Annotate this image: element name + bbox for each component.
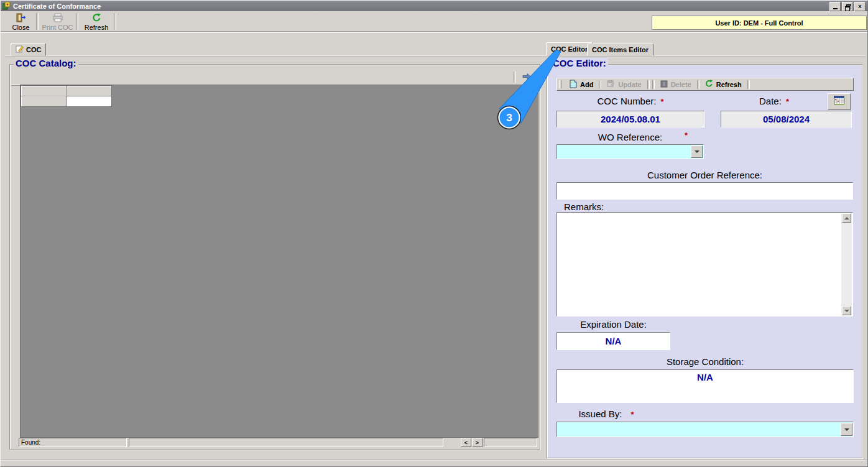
refresh-button[interactable]: Refresh — [79, 12, 114, 32]
right-arrow-icon — [522, 72, 532, 83]
tab-coc[interactable]: COC — [11, 43, 46, 56]
add-icon — [570, 80, 577, 90]
app-icon — [2, 2, 11, 10]
found-panel: Found: — [19, 438, 127, 447]
close-button[interactable]: Close — [6, 12, 36, 32]
toolbar-separator — [747, 80, 750, 89]
pager-next-button[interactable]: > — [472, 438, 482, 447]
toolbar-separator — [76, 13, 78, 30]
date-label: Date:* — [721, 96, 828, 106]
toolbar-separator — [114, 13, 116, 30]
restore-icon — [845, 4, 851, 9]
catalog-status-bar: Found: < > — [10, 438, 540, 447]
remarks-textarea[interactable] — [556, 212, 853, 317]
add-button-label: Add — [580, 81, 593, 88]
issued-by-label: Issued By:* — [556, 409, 656, 419]
update-icon — [607, 80, 615, 89]
date-field[interactable]: 05/08/2024 — [721, 111, 852, 127]
toolbar-grip — [559, 80, 562, 88]
delete-button[interactable]: Delete — [656, 80, 696, 90]
user-id-banner: User ID: DEM - Full Control — [652, 16, 867, 30]
coc-editor-title: COC Editor: — [551, 58, 608, 68]
print-coc-button[interactable]: Print COC — [39, 12, 76, 32]
toolbar-separator — [652, 80, 655, 89]
update-button[interactable]: Update — [603, 79, 645, 90]
grid-header-cell[interactable] — [67, 86, 112, 96]
coc-catalog-panel: COC Catalog: — [9, 64, 540, 450]
grid-row-header-cell[interactable] — [21, 96, 67, 107]
scroll-down-button[interactable] — [842, 306, 851, 315]
coc-number-field[interactable]: 2024/05.08.01 — [556, 111, 704, 127]
grid-header-cell[interactable] — [21, 86, 67, 96]
minimize-icon — [833, 8, 838, 9]
expiration-date-field[interactable]: N/A — [556, 332, 670, 350]
tab-coc-editor[interactable]: COC Editor — [546, 42, 593, 56]
toolbar-separator — [599, 80, 601, 89]
issued-by-combobox[interactable] — [556, 422, 854, 437]
remarks-scrollbar[interactable] — [841, 213, 852, 315]
remarks-label: Remarks: — [564, 201, 604, 212]
toolbar-separator — [647, 80, 650, 89]
pager-next-label: > — [476, 440, 479, 446]
catalog-expand-button[interactable] — [519, 72, 535, 83]
delete-button-label: Delete — [671, 81, 691, 88]
update-button-label: Update — [618, 81, 641, 88]
minimize-button[interactable] — [829, 2, 841, 11]
close-icon: × — [858, 4, 862, 10]
print-coc-button-label: Print COC — [42, 24, 73, 31]
catalog-toolbar-separator — [514, 72, 516, 83]
found-label: Found: — [21, 439, 40, 446]
required-asterisk: * — [630, 410, 634, 419]
tab-coc-label: COC — [26, 46, 41, 53]
editor-toolbar: Add Update Delete R — [556, 78, 854, 91]
refresh-icon — [92, 13, 101, 24]
restore-button[interactable] — [842, 2, 853, 11]
editor-refresh-button[interactable]: Refresh — [701, 79, 746, 90]
refresh-icon — [705, 80, 713, 89]
refresh-button-label: Refresh — [85, 24, 109, 31]
catalog-toolbar-strip — [11, 70, 538, 85]
required-asterisk: * — [786, 97, 789, 106]
close-button-label: Close — [12, 24, 29, 31]
expiration-date-label: Expiration Date: — [556, 319, 670, 330]
window-bottom-divider — [1, 460, 867, 461]
catalog-grid-area[interactable] — [20, 85, 538, 438]
catalog-grid — [21, 85, 112, 107]
scroll-up-button[interactable] — [842, 213, 851, 223]
chevron-down-icon — [695, 150, 699, 153]
status-panel — [129, 438, 443, 447]
wo-reference-combobox[interactable] — [556, 144, 704, 159]
toolbar-separator — [36, 13, 39, 30]
storage-condition-field[interactable]: N/A — [556, 369, 854, 403]
printer-icon — [52, 13, 63, 24]
wo-reference-dropdown-button[interactable] — [691, 146, 703, 158]
editor-refresh-button-label: Refresh — [716, 81, 742, 88]
required-asterisk: * — [660, 97, 663, 106]
storage-condition-label: Storage Condition: — [556, 356, 854, 367]
add-button[interactable]: Add — [565, 79, 598, 90]
calendar-button[interactable] — [828, 93, 851, 110]
coc-catalog-title: COC Catalog: — [14, 58, 78, 68]
toolbar-separator — [697, 80, 699, 89]
wo-reference-label: WO Reference: * — [556, 132, 704, 142]
close-door-icon — [16, 13, 26, 24]
tab-coc-editor-label: COC Editor — [551, 45, 588, 53]
triangle-up-icon — [844, 217, 849, 220]
coc-tab-icon — [16, 45, 24, 54]
issued-by-dropdown-button[interactable] — [841, 423, 852, 436]
title-bar: Certificate of Conformance × — [1, 1, 867, 11]
user-id-text: User ID: DEM - Full Control — [715, 19, 803, 27]
tab-coc-items-editor-label: COC Items Editor — [592, 46, 649, 53]
page-panel — [484, 438, 537, 447]
triangle-down-icon — [844, 310, 849, 312]
pager-prev-button[interactable]: < — [461, 438, 471, 447]
tab-coc-items-editor[interactable]: COC Items Editor — [587, 44, 653, 56]
grid-filter-cell[interactable] — [67, 96, 112, 107]
coc-editor-panel: COC Editor: Add Update — [547, 64, 862, 458]
chevron-down-icon — [844, 428, 849, 431]
close-window-button[interactable]: × — [854, 2, 866, 11]
calendar-icon — [834, 96, 844, 108]
tab-strip-line — [6, 55, 865, 57]
customer-order-label: Customer Order Reference: — [556, 170, 853, 180]
customer-order-input[interactable] — [556, 182, 853, 200]
